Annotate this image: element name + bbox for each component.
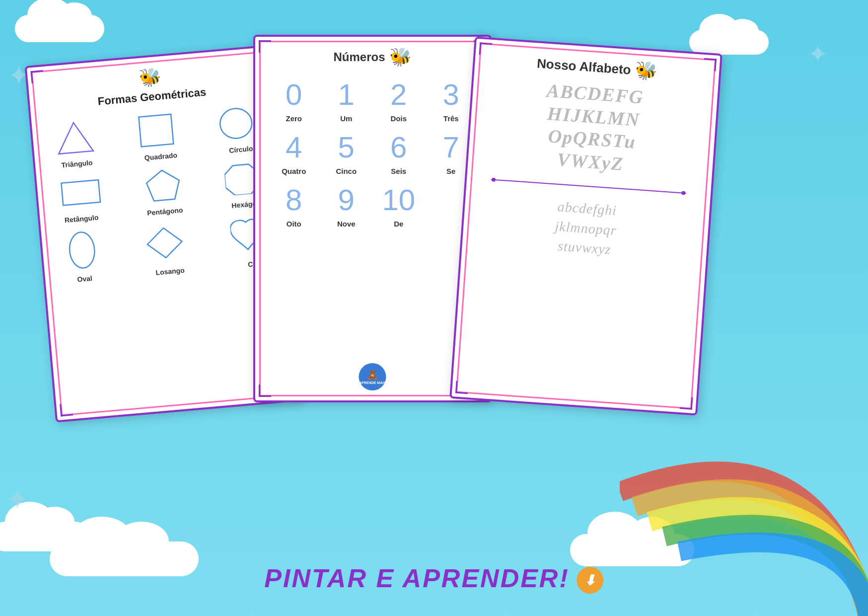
page-alfabeto: Nosso Alfabeto 🐝 ABCDEFG HIJKLMN OpQRSTu… <box>449 36 723 415</box>
bracket-bl-2 <box>259 385 271 397</box>
svg-point-9 <box>492 178 496 182</box>
svg-point-10 <box>681 191 686 196</box>
cloud-2 <box>50 541 199 576</box>
logo-container: 🧸 APRENDE MAIS <box>359 363 386 390</box>
pages-container: 🐝 Formas Geométricas Triângulo Quadrado … <box>25 25 843 541</box>
bottom-text-container[interactable]: PINTAR E APRENDER! ⬇ <box>264 563 603 594</box>
logo-circle: 🧸 APRENDE MAIS <box>359 363 386 390</box>
page-2-inner <box>259 41 486 396</box>
bracket-bl-1 <box>60 403 73 416</box>
pintar-aprender-text: PINTAR E APRENDER! <box>264 563 569 593</box>
bracket-bl-3 <box>455 381 469 394</box>
bracket-tl-3 <box>479 42 493 56</box>
page-3-inner <box>456 43 716 409</box>
bracket-tl-2 <box>259 40 271 53</box>
bracket-tr-3 <box>703 58 717 72</box>
bracket-tl-1 <box>30 70 44 83</box>
bracket-br-3 <box>680 396 693 410</box>
download-button[interactable]: ⬇ <box>577 563 604 594</box>
